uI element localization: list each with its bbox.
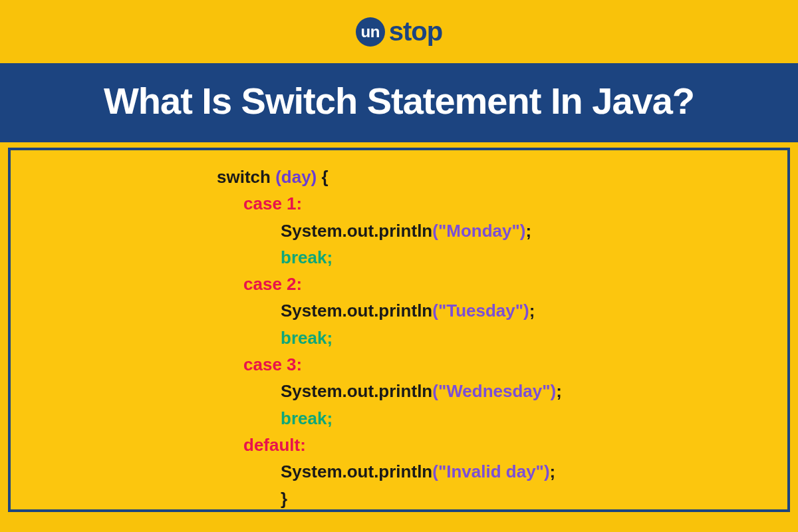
default-label: default: — [243, 435, 306, 455]
break-keyword: break; — [281, 328, 332, 348]
string-literal: ("Monday") — [432, 221, 525, 241]
print-call: System.out.println — [281, 301, 432, 321]
code-block: switch (day) { case 1: System.out.printl… — [217, 164, 787, 512]
print-call: System.out.println — [281, 221, 432, 241]
logo-circle-text: un — [361, 23, 380, 41]
break-keyword: break; — [281, 408, 332, 428]
string-literal: ("Invalid day") — [432, 462, 549, 481]
break-keyword: break; — [281, 247, 332, 267]
case-label: case 1: — [243, 194, 302, 213]
logo-word: stop — [389, 17, 442, 47]
semicolon: ; — [550, 462, 556, 481]
page-title: What Is Switch Statement In Java? — [0, 63, 798, 142]
print-call: System.out.println — [281, 462, 432, 481]
open-brace: { — [321, 167, 328, 187]
string-literal: ("Wednesday") — [432, 381, 556, 401]
print-call: System.out.println — [281, 381, 432, 401]
logo-circle-icon: un — [356, 17, 385, 47]
switch-variable: (day) — [275, 167, 321, 187]
keyword-switch: switch — [217, 167, 275, 187]
semicolon: ; — [529, 301, 535, 321]
close-brace: } — [281, 489, 287, 509]
case-label: case 3: — [243, 354, 302, 374]
code-panel: switch (day) { case 1: System.out.printl… — [8, 148, 790, 512]
semicolon: ; — [525, 221, 531, 241]
semicolon: ; — [556, 381, 562, 401]
case-label: case 2: — [243, 274, 302, 294]
string-literal: ("Tuesday") — [432, 301, 529, 321]
logo-header: un stop — [0, 0, 798, 63]
